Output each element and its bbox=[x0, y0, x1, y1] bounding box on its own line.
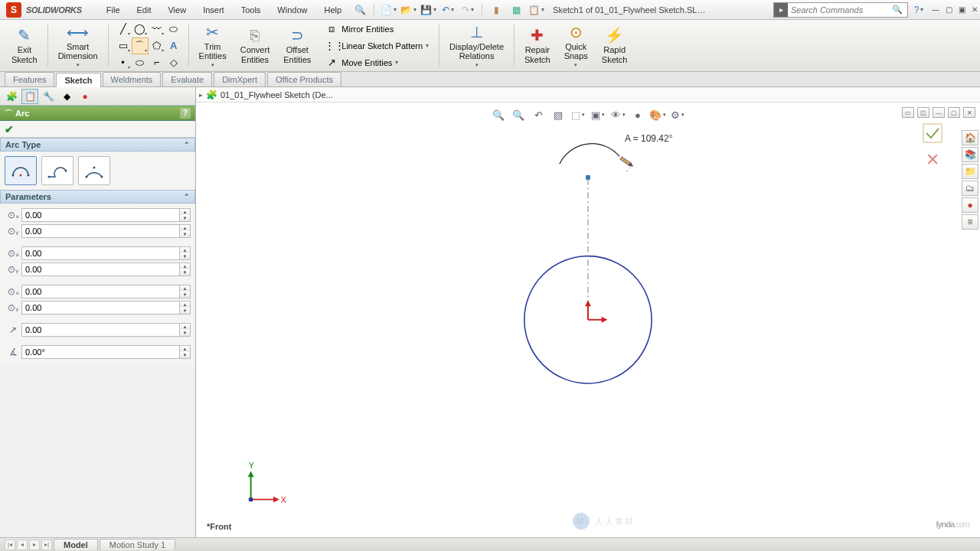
spinner[interactable]: ▲▼ bbox=[180, 224, 191, 238]
repair-sketch-button[interactable]: ✚ Repair Sketch bbox=[518, 20, 557, 71]
spinner[interactable]: ▲▼ bbox=[180, 345, 191, 359]
redo-icon[interactable]: ↷▾ bbox=[462, 4, 474, 16]
edit-appearance-button[interactable]: ● bbox=[630, 107, 645, 122]
display-style-button[interactable]: ▣ bbox=[590, 107, 606, 122]
expand-tree-icon[interactable]: ▸ bbox=[199, 91, 203, 99]
view-orientation-button[interactable]: ⬚ bbox=[570, 107, 586, 122]
dimxpert-tab-button[interactable]: ◆ bbox=[58, 89, 75, 104]
restore-icon[interactable]: ▢ bbox=[946, 5, 952, 14]
ellipse-tool-button[interactable]: ⬭ bbox=[165, 21, 182, 37]
property-manager-tab-button[interactable]: 📋 bbox=[21, 89, 38, 104]
tab-weldments[interactable]: Weldments bbox=[103, 72, 162, 86]
save-icon[interactable]: 💾▾ bbox=[422, 4, 434, 16]
new-doc-icon[interactable]: 📄▾ bbox=[382, 4, 394, 16]
spinner[interactable]: ▲▼ bbox=[180, 323, 191, 337]
preview-arc[interactable] bbox=[560, 144, 619, 165]
menu-tools[interactable]: Tools bbox=[234, 2, 269, 18]
previous-view-button[interactable]: ↶ bbox=[531, 107, 546, 122]
menu-help[interactable]: Help bbox=[316, 2, 349, 18]
flyout-feature-tree[interactable]: ▸ 🧩 01_01_Flywheel Sketch (De... bbox=[196, 87, 980, 103]
menu-window[interactable]: Window bbox=[270, 2, 315, 18]
menu-view[interactable]: View bbox=[160, 2, 194, 18]
exit-sketch-button[interactable]: ✎ Exit Sketch bbox=[5, 20, 44, 71]
menu-edit[interactable]: Edit bbox=[129, 2, 159, 18]
select-icon[interactable]: ▮ bbox=[490, 4, 502, 16]
configuration-tab-button[interactable]: 🔧 bbox=[40, 89, 57, 104]
graphics-area[interactable]: ▸ 🧩 01_01_Flywheel Sketch (De... 🔍 🔍 ↶ ▧… bbox=[196, 87, 980, 537]
tab-next-button[interactable]: ▸ bbox=[29, 540, 40, 550]
arc-center-point[interactable] bbox=[586, 175, 590, 180]
tab-evaluate[interactable]: Evaluate bbox=[162, 72, 212, 86]
minimize-icon[interactable]: — bbox=[932, 5, 939, 14]
plane-tool-button[interactable]: ◇ bbox=[165, 54, 182, 71]
tab-dimxpert[interactable]: DimXpert bbox=[214, 72, 266, 86]
spinner[interactable]: ▲▼ bbox=[180, 301, 191, 315]
radius-input[interactable] bbox=[21, 323, 180, 337]
start-x-input[interactable] bbox=[21, 246, 180, 260]
end-y-input[interactable] bbox=[21, 301, 180, 315]
move-entities-button[interactable]: ↗Move Entities▾ bbox=[321, 54, 433, 71]
offset-entities-button[interactable]: ⊃ Offset Entities bbox=[276, 20, 318, 71]
ok-checkmark-button[interactable]: ✔ bbox=[5, 123, 14, 135]
line-tool-button[interactable]: ╱ bbox=[115, 21, 132, 37]
pm-help-button[interactable]: ? bbox=[180, 108, 191, 119]
parameters-section-header[interactable]: Parameters⌃ bbox=[0, 190, 195, 204]
view-settings-button[interactable]: ⚙ bbox=[670, 107, 685, 122]
display-tab-button[interactable]: ● bbox=[77, 89, 93, 104]
polygon-tool-button[interactable]: ⬠ bbox=[149, 37, 165, 54]
tab-sketch[interactable]: Sketch bbox=[56, 73, 100, 87]
tab-office-products[interactable]: Office Products bbox=[267, 72, 341, 86]
apply-scene-button[interactable]: 🎨 bbox=[650, 107, 665, 122]
help-dropdown-icon[interactable]: ?▾ bbox=[913, 4, 925, 16]
mirror-entities-button[interactable]: ⧈Mirror Entities bbox=[321, 21, 433, 37]
centerpoint-arc-option[interactable] bbox=[5, 156, 37, 185]
command-search[interactable]: ▸ 🔍 bbox=[773, 2, 908, 18]
linear-pattern-button[interactable]: ⋮⋮Linear Sketch Pattern▾ bbox=[321, 37, 433, 54]
spinner[interactable]: ▲▼ bbox=[180, 208, 191, 222]
zoom-fit-button[interactable]: 🔍 bbox=[491, 107, 506, 122]
search-scope-icon[interactable]: ▸ bbox=[774, 3, 788, 17]
hide-show-button[interactable]: 👁 bbox=[610, 107, 626, 122]
tab-features[interactable]: Features bbox=[5, 72, 54, 86]
motion-study-tab[interactable]: Motion Study 1 bbox=[100, 539, 175, 550]
tab-first-button[interactable]: |◂ bbox=[5, 540, 15, 550]
quick-snaps-button[interactable]: ⊙ Quick Snaps ▾ bbox=[557, 20, 595, 71]
text-tool-button[interactable]: A bbox=[165, 37, 182, 54]
fillet-tool-button[interactable]: ⌐ bbox=[149, 54, 165, 71]
zoom-area-button[interactable]: 🔍 bbox=[511, 107, 526, 122]
search-icon[interactable]: 🔍 bbox=[887, 5, 907, 15]
smart-dimension-button[interactable]: ⟷ Smart Dimension ▾ bbox=[51, 20, 105, 71]
slot-tool-button[interactable]: ⬭ bbox=[132, 54, 149, 71]
angle-input[interactable] bbox=[21, 345, 180, 359]
feature-manager-tab-button[interactable]: 🧩 bbox=[3, 89, 20, 104]
arc-type-section-header[interactable]: Arc Type⌃ bbox=[0, 138, 195, 152]
tab-prev-button[interactable]: ◂ bbox=[17, 540, 28, 550]
center-x-input[interactable] bbox=[21, 208, 180, 222]
arc-tool-button[interactable]: ⌒ bbox=[132, 37, 149, 54]
trim-entities-button[interactable]: ✂ Trim Entities ▾ bbox=[192, 20, 234, 71]
point-tool-button[interactable]: • bbox=[115, 54, 132, 71]
search-help-icon[interactable]: 🔍 bbox=[354, 4, 366, 16]
3point-arc-option[interactable] bbox=[78, 156, 110, 185]
undo-icon[interactable]: ↶▾ bbox=[442, 4, 454, 16]
display-delete-relations-button[interactable]: ⊥ Display/Delete Relations ▾ bbox=[443, 20, 511, 71]
search-input[interactable] bbox=[788, 3, 887, 17]
options-icon[interactable]: 📋▾ bbox=[530, 4, 542, 16]
section-view-button[interactable]: ▧ bbox=[550, 107, 566, 122]
convert-entities-button[interactable]: ⎘ Convert Entities bbox=[234, 20, 277, 71]
open-doc-icon[interactable]: 📂▾ bbox=[402, 4, 414, 16]
spinner[interactable]: ▲▼ bbox=[180, 246, 191, 260]
rapid-sketch-button[interactable]: ⚡ Rapid Sketch bbox=[595, 20, 635, 71]
spinner[interactable]: ▲▼ bbox=[180, 285, 191, 298]
menu-insert[interactable]: Insert bbox=[195, 2, 232, 18]
menu-file[interactable]: File bbox=[99, 2, 128, 18]
end-x-input[interactable] bbox=[21, 285, 180, 298]
circle-tool-button[interactable]: ◯ bbox=[132, 21, 149, 37]
tab-last-button[interactable]: ▸| bbox=[41, 540, 52, 550]
close-icon[interactable]: ✕ bbox=[972, 5, 978, 14]
tangent-arc-option[interactable] bbox=[41, 156, 74, 185]
rebuild-icon[interactable]: ▦ bbox=[510, 4, 522, 16]
start-y-input[interactable] bbox=[21, 262, 180, 276]
rectangle-tool-button[interactable]: ▭ bbox=[115, 37, 132, 54]
maximize-icon[interactable]: ▣ bbox=[959, 5, 965, 14]
